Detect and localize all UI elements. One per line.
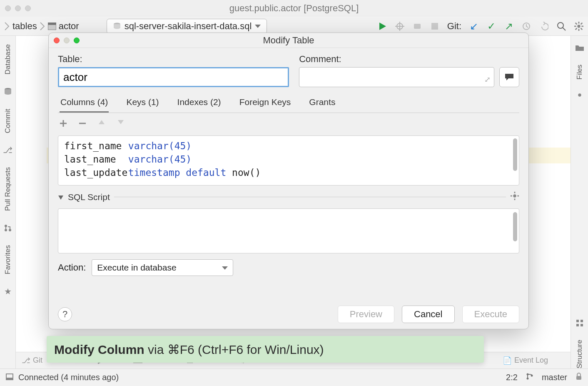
debug-icon[interactable] [395, 21, 405, 31]
dialog-title: Modify Table [49, 35, 528, 46]
scrollbar-thumb[interactable] [513, 138, 517, 171]
sql-settings-gear-icon[interactable] [510, 191, 519, 203]
open-file-chip[interactable]: sql-server-sakila-insert-data.sql [107, 19, 267, 34]
svg-point-19 [5, 225, 7, 227]
column-row: last_update timestamp default now() [58, 166, 519, 179]
table-name-input[interactable] [58, 67, 289, 87]
comment-toggle-button[interactable] [499, 67, 519, 87]
tip-rest: via ⌘F6 (Ctrl+F6 for Win/Linux) [145, 343, 324, 356]
branch-icon [526, 373, 533, 382]
action-select[interactable]: Execute in database [92, 259, 233, 276]
svg-line-14 [576, 23, 577, 24]
svg-point-30 [526, 373, 528, 376]
gear-icon[interactable] [575, 90, 584, 102]
tool-favorites[interactable]: Favorites [4, 245, 12, 274]
run-icon[interactable] [377, 21, 387, 31]
svg-line-8 [563, 28, 566, 30]
column-row: last_name varchar(45) [58, 153, 519, 166]
breadcrumb: tables actor [4, 21, 79, 32]
scrollbar-thumb[interactable] [513, 212, 517, 241]
breadcrumb-actor[interactable]: actor [59, 21, 79, 32]
svg-point-37 [513, 194, 516, 197]
svg-line-17 [576, 28, 577, 30]
svg-rect-5 [431, 23, 438, 30]
status-rect-icon [6, 373, 13, 382]
sql-script-header[interactable]: SQL Script [58, 191, 519, 203]
move-down-icon[interactable] [115, 120, 126, 127]
column-list-toolbar [58, 117, 519, 130]
status-branch[interactable]: master [542, 373, 567, 382]
tab-indexes[interactable]: Indexes (2) [177, 95, 222, 113]
search-icon[interactable] [556, 21, 566, 31]
git-pull-icon[interactable]: ↙ [469, 21, 479, 31]
window-title: guest.public.actor [PostgreSQL] [0, 3, 588, 14]
stop-icon[interactable] [430, 21, 440, 31]
tab-foreign-keys[interactable]: Foreign Keys [239, 95, 292, 113]
bottom-git[interactable]: ⎇Git [22, 356, 42, 365]
git-label: Git: [447, 21, 461, 32]
svg-rect-23 [576, 320, 579, 322]
git-revert-icon[interactable] [539, 21, 549, 31]
tool-commit[interactable]: Commit [4, 109, 12, 133]
tab-columns[interactable]: Columns (4) [60, 95, 109, 113]
svg-point-22 [578, 93, 581, 96]
chevron-down-icon [255, 25, 261, 28]
expand-icon[interactable]: ⤢ [484, 75, 491, 84]
svg-line-16 [581, 23, 583, 24]
breadcrumb-tables[interactable]: tables [12, 21, 37, 32]
action-row: Action: Execute in database [58, 259, 519, 276]
bottom-eventlog[interactable]: 📄Event Log [503, 356, 548, 365]
chevron-right-icon [4, 22, 10, 31]
attach-icon[interactable] [412, 21, 422, 31]
svg-rect-25 [576, 324, 579, 326]
remove-column-icon[interactable] [77, 120, 88, 127]
editor-left-column [16, 36, 47, 352]
add-column-icon[interactable] [58, 120, 69, 127]
sql-script-label: SQL Script [68, 192, 110, 202]
svg-point-20 [5, 229, 7, 231]
tool-pull-requests[interactable]: Pull Requests [4, 167, 12, 211]
lock-icon[interactable] [576, 373, 582, 382]
sql-script-box[interactable] [58, 208, 519, 253]
svg-rect-24 [581, 320, 583, 322]
database-icon [3, 87, 12, 96]
comment-label: Comment: [299, 54, 519, 65]
modify-table-dialog: Modify Table Table: Comment: ⤢ C [48, 33, 529, 329]
svg-rect-29 [6, 378, 13, 380]
comment-input[interactable]: ⤢ [299, 67, 494, 87]
right-tool-strip: Files Structure [571, 36, 588, 368]
dialog-footer: ? Preview Cancel Execute [58, 303, 519, 323]
svg-point-31 [526, 378, 528, 380]
tool-structure[interactable]: Structure [576, 340, 584, 368]
columns-list[interactable]: first_name varchar(45) last_name varchar… [58, 135, 519, 185]
tab-grants[interactable]: Grants [308, 95, 336, 113]
folder-icon[interactable] [575, 44, 584, 54]
sql-file-icon [113, 22, 121, 30]
execute-button[interactable]: Execute [462, 306, 520, 323]
nav-right: Git: ↙ ✓ ↗ [377, 21, 584, 32]
git-history-icon[interactable] [521, 21, 531, 31]
tab-keys[interactable]: Keys (1) [125, 95, 159, 113]
gear-icon[interactable] [574, 21, 584, 31]
svg-rect-33 [576, 376, 581, 380]
table-label: Table: [58, 54, 289, 65]
status-caret-pos: 2:2 [506, 373, 518, 382]
tool-database[interactable]: Database [4, 44, 12, 75]
help-button[interactable]: ? [58, 307, 72, 321]
action-select-value: Execute in database [97, 263, 176, 273]
cancel-button[interactable]: Cancel [402, 306, 454, 323]
svg-rect-26 [581, 324, 583, 326]
structure-icon[interactable] [576, 319, 583, 329]
git-push-icon[interactable]: ↗ [504, 21, 514, 31]
git-commit-icon[interactable]: ✓ [486, 21, 496, 31]
move-up-icon[interactable] [96, 120, 107, 127]
tip-bold: Modify Column [54, 343, 145, 356]
left-tool-strip: Database Commit ⎇ Pull Requests Favorite… [0, 36, 16, 368]
dialog-tabs: Columns (4) Keys (1) Indexes (2) Foreign… [58, 93, 519, 113]
column-row: first_name varchar(45) [58, 139, 519, 153]
svg-point-9 [577, 25, 580, 28]
preview-button[interactable]: Preview [338, 306, 394, 323]
collapse-triangle-icon[interactable] [58, 192, 64, 202]
svg-rect-4 [414, 24, 421, 29]
tool-files[interactable]: Files [576, 65, 584, 80]
